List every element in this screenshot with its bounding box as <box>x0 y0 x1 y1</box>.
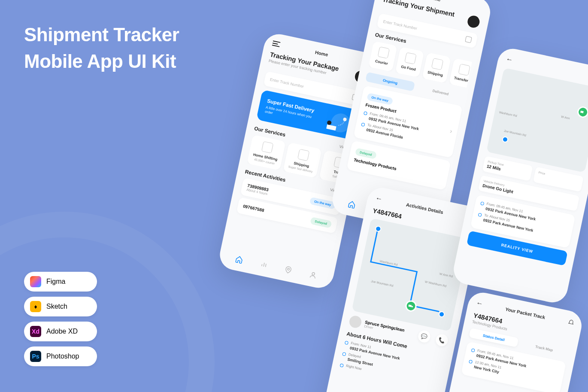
back-icon[interactable]: ← <box>476 299 484 308</box>
svg-rect-8 <box>408 304 412 307</box>
map-pin-marker <box>502 136 509 143</box>
svg-rect-9 <box>411 306 413 307</box>
status-badge: Delayed <box>355 148 377 159</box>
driver-avatar[interactable] <box>348 315 362 329</box>
location-icon[interactable] <box>284 265 293 274</box>
svg-point-3 <box>327 120 332 125</box>
service-courier[interactable]: Courier <box>368 41 397 72</box>
xd-icon: Xd <box>30 326 41 337</box>
home-icon[interactable] <box>235 255 244 264</box>
page-title: Activities Details <box>406 202 444 215</box>
call-button[interactable]: 📞 <box>435 333 449 347</box>
svg-point-5 <box>312 272 315 275</box>
stats-icon[interactable] <box>259 260 268 269</box>
box-icon <box>297 149 309 161</box>
shipment-title: Technology Products <box>353 158 443 181</box>
home-svc-icon <box>378 46 390 58</box>
phones-group: Home Tracking Your Package Please enter … <box>196 0 588 392</box>
service-gofood[interactable]: Go Food <box>395 47 424 78</box>
figma-icon <box>30 276 41 287</box>
bottom-nav <box>225 249 327 285</box>
service-shipping[interactable]: ShippingSuper fast delivery <box>283 142 322 178</box>
badge-sketch: ♦Sketch <box>24 297 97 316</box>
page-title: Your Packet Track <box>505 307 546 320</box>
food-icon <box>404 52 416 64</box>
back-icon[interactable]: ← <box>505 55 513 64</box>
page-title: Home <box>315 49 328 57</box>
map-pin-truck <box>576 106 588 119</box>
truck-icon <box>431 58 443 70</box>
badge-figma: Figma <box>24 272 97 292</box>
main-title: Shipment Tracker Mobile App UI Kit <box>24 21 179 74</box>
sketch-icon: ♦ <box>30 301 41 312</box>
service-shipping[interactable]: Shipping <box>422 52 451 83</box>
ps-icon: Ps <box>30 351 41 362</box>
transfer-icon <box>458 64 470 76</box>
status-badge: Delayed <box>310 217 332 228</box>
page-title: Home <box>427 0 441 2</box>
truck-icon <box>261 141 273 153</box>
map[interactable]: Washburn Rd Joe Mountain Rd W Ann Rd W W… <box>352 218 470 331</box>
status-badge: On the way <box>309 197 336 210</box>
map[interactable]: Washburn Rd Joe Mountain Rd W Ann <box>486 68 588 173</box>
svg-point-4 <box>288 268 290 270</box>
back-icon[interactable]: ← <box>375 194 383 203</box>
menu-icon[interactable] <box>272 40 281 47</box>
svg-rect-10 <box>580 111 584 113</box>
profile-icon[interactable] <box>309 270 318 280</box>
service-transfers[interactable]: Transfers <box>449 58 472 88</box>
qr-icon[interactable] <box>465 36 472 43</box>
badge-ps: PsPhotoshop <box>24 346 97 366</box>
home-icon[interactable] <box>347 200 356 209</box>
badge-xd: XdAdobe XD <box>24 322 97 341</box>
tool-badges: Figma ♦Sketch XdAdobe XD PsPhotoshop <box>24 272 97 366</box>
service-home-shifting[interactable]: Home Shifting45,000+ courier <box>247 134 286 170</box>
avatar[interactable] <box>465 14 482 30</box>
bell-icon[interactable] <box>567 319 575 327</box>
chat-button[interactable]: 💬 <box>417 329 431 343</box>
